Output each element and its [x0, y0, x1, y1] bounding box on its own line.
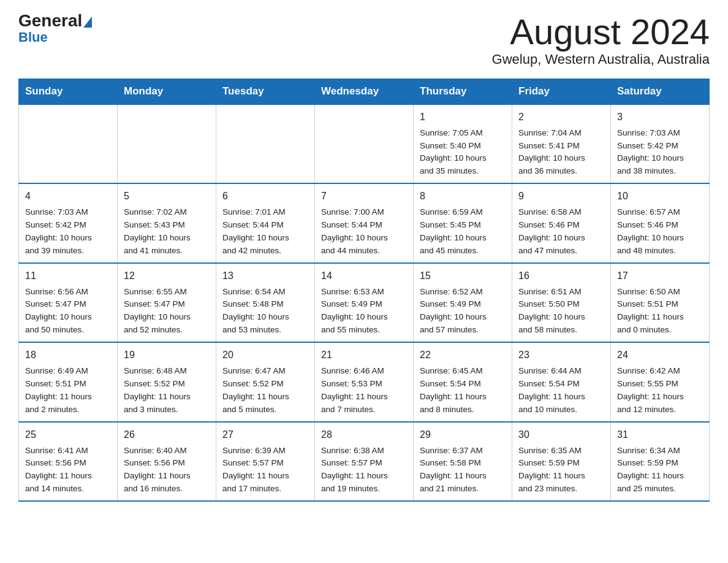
- day-info: Sunset: 5:52 PM: [124, 378, 210, 391]
- day-info: Sunset: 5:47 PM: [124, 298, 210, 311]
- day-info: Sunrise: 6:47 AM: [222, 365, 308, 378]
- day-info: Daylight: 10 hours: [420, 232, 506, 245]
- day-info: Sunset: 5:49 PM: [420, 298, 506, 311]
- calendar-cell: 17Sunrise: 6:50 AMSunset: 5:51 PMDayligh…: [611, 263, 710, 342]
- day-info: Sunset: 5:43 PM: [124, 219, 210, 232]
- day-header-tuesday: Tuesday: [216, 79, 315, 104]
- calendar-cell: 4Sunrise: 7:03 AMSunset: 5:42 PMDaylight…: [19, 183, 118, 262]
- day-info: Daylight: 10 hours: [420, 152, 506, 165]
- day-number: 4: [25, 189, 111, 204]
- calendar-cell: 13Sunrise: 6:54 AMSunset: 5:48 PMDayligh…: [216, 263, 315, 342]
- day-info: and 23 minutes.: [518, 483, 604, 496]
- day-info: Sunrise: 7:03 AM: [617, 127, 703, 140]
- day-number: 11: [25, 269, 111, 284]
- day-info: Sunrise: 6:38 AM: [321, 445, 407, 458]
- day-number: 15: [420, 269, 506, 284]
- day-info: Sunrise: 6:34 AM: [617, 445, 703, 458]
- day-info: and 3 minutes.: [124, 404, 210, 416]
- calendar-table: SundayMondayTuesdayWednesdayThursdayFrid…: [18, 79, 710, 502]
- day-info: and 25 minutes.: [617, 483, 703, 496]
- day-info: and 55 minutes.: [321, 324, 407, 337]
- day-info: Sunrise: 6:55 AM: [124, 286, 210, 299]
- day-info: Sunset: 5:52 PM: [222, 378, 308, 391]
- day-info: Sunset: 5:57 PM: [321, 457, 407, 470]
- day-info: and 14 minutes.: [25, 483, 111, 496]
- day-header-wednesday: Wednesday: [315, 79, 414, 104]
- day-info: and 21 minutes.: [420, 483, 506, 496]
- day-info: Sunrise: 6:48 AM: [124, 365, 210, 378]
- logo: General Blue: [18, 12, 92, 45]
- day-info: Sunset: 5:50 PM: [518, 298, 604, 311]
- day-number: 12: [124, 269, 210, 284]
- day-info: Sunrise: 7:01 AM: [222, 206, 308, 219]
- day-number: 3: [617, 110, 703, 125]
- calendar-cell: 25Sunrise: 6:41 AMSunset: 5:56 PMDayligh…: [19, 422, 118, 501]
- day-number: 27: [222, 427, 308, 443]
- calendar-week-row: 18Sunrise: 6:49 AMSunset: 5:51 PMDayligh…: [19, 342, 710, 421]
- day-number: 19: [124, 348, 210, 363]
- day-info: and 41 minutes.: [124, 245, 210, 258]
- day-info: Sunrise: 6:46 AM: [321, 365, 407, 378]
- day-info: Daylight: 11 hours: [124, 470, 210, 483]
- calendar-cell: 10Sunrise: 6:57 AMSunset: 5:46 PMDayligh…: [611, 183, 710, 262]
- calendar-cell: 20Sunrise: 6:47 AMSunset: 5:52 PMDayligh…: [216, 342, 315, 421]
- calendar-header-row: SundayMondayTuesdayWednesdayThursdayFrid…: [19, 79, 710, 104]
- day-info: Sunset: 5:59 PM: [617, 457, 703, 470]
- day-info: Daylight: 10 hours: [518, 232, 604, 245]
- day-info: and 38 minutes.: [617, 165, 703, 178]
- day-info: Sunset: 5:57 PM: [222, 457, 308, 470]
- calendar-cell: [216, 104, 315, 183]
- day-info: Sunrise: 6:37 AM: [420, 445, 506, 458]
- day-info: and 42 minutes.: [222, 245, 308, 258]
- day-info: Sunset: 5:47 PM: [25, 298, 111, 311]
- day-info: Daylight: 11 hours: [518, 391, 604, 404]
- day-number: 28: [321, 427, 407, 443]
- day-info: Sunset: 5:49 PM: [321, 298, 407, 311]
- day-info: Sunset: 5:42 PM: [25, 219, 111, 232]
- day-number: 21: [321, 348, 407, 363]
- day-info: Sunset: 5:54 PM: [518, 378, 604, 391]
- subtitle: Gwelup, Western Australia, Australia: [492, 52, 710, 67]
- calendar-cell: [118, 104, 216, 183]
- day-info: and 52 minutes.: [124, 324, 210, 337]
- day-info: Daylight: 10 hours: [321, 311, 407, 324]
- calendar-cell: 23Sunrise: 6:44 AMSunset: 5:54 PMDayligh…: [512, 342, 611, 421]
- day-info: Sunset: 5:58 PM: [420, 457, 506, 470]
- day-info: and 53 minutes.: [222, 324, 308, 337]
- day-info: Daylight: 10 hours: [124, 311, 210, 324]
- calendar-week-row: 25Sunrise: 6:41 AMSunset: 5:56 PMDayligh…: [19, 422, 710, 501]
- day-info: Sunset: 5:56 PM: [124, 457, 210, 470]
- day-info: and 7 minutes.: [321, 404, 407, 416]
- day-number: 25: [25, 427, 111, 443]
- day-number: 16: [518, 269, 604, 284]
- day-info: Sunrise: 6:54 AM: [222, 286, 308, 299]
- day-info: Daylight: 11 hours: [617, 311, 703, 324]
- day-header-sunday: Sunday: [19, 79, 118, 104]
- calendar-cell: 15Sunrise: 6:52 AMSunset: 5:49 PMDayligh…: [414, 263, 512, 342]
- day-number: 2: [518, 110, 604, 125]
- day-info: Sunset: 5:55 PM: [617, 378, 703, 391]
- day-number: 26: [124, 427, 210, 443]
- day-info: Sunrise: 7:03 AM: [25, 206, 111, 219]
- day-number: 17: [617, 269, 703, 284]
- day-info: and 2 minutes.: [25, 404, 111, 416]
- day-info: Sunrise: 6:51 AM: [518, 286, 604, 299]
- day-info: Sunset: 5:45 PM: [420, 219, 506, 232]
- day-info: Sunrise: 6:44 AM: [518, 365, 604, 378]
- day-info: Sunrise: 6:35 AM: [518, 445, 604, 458]
- calendar-cell: 16Sunrise: 6:51 AMSunset: 5:50 PMDayligh…: [512, 263, 611, 342]
- day-info: Sunrise: 6:50 AM: [617, 286, 703, 299]
- day-info: Daylight: 10 hours: [518, 152, 604, 165]
- day-number: 6: [222, 189, 308, 204]
- day-info: Daylight: 10 hours: [617, 232, 703, 245]
- calendar-cell: 28Sunrise: 6:38 AMSunset: 5:57 PMDayligh…: [315, 422, 414, 501]
- calendar-cell: 12Sunrise: 6:55 AMSunset: 5:47 PMDayligh…: [118, 263, 216, 342]
- logo-top: General: [18, 12, 92, 29]
- day-info: Sunset: 5:51 PM: [25, 378, 111, 391]
- day-info: Daylight: 11 hours: [25, 470, 111, 483]
- calendar-cell: 30Sunrise: 6:35 AMSunset: 5:59 PMDayligh…: [512, 422, 611, 501]
- day-number: 8: [420, 189, 506, 204]
- logo-triangle-icon: [83, 17, 92, 28]
- page-header: General Blue August 2024 Gwelup, Western…: [18, 12, 710, 67]
- day-info: and 17 minutes.: [222, 483, 308, 496]
